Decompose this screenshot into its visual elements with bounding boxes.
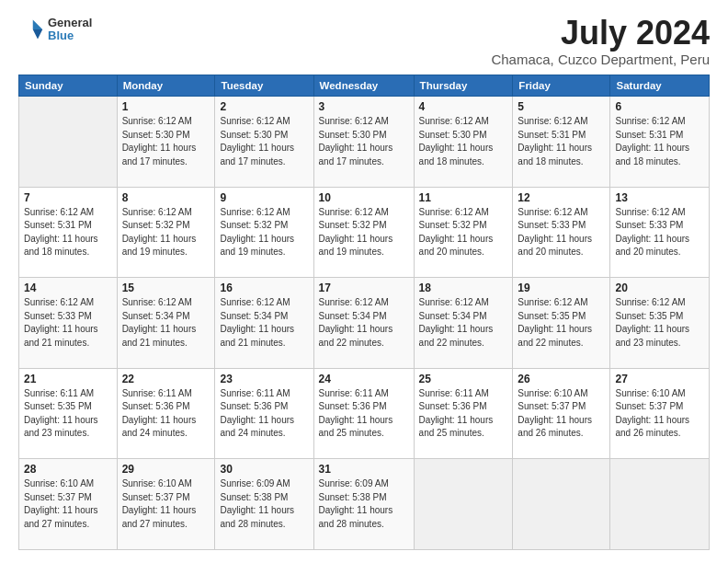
header-thursday: Thursday [414,75,513,97]
day-number: 15 [122,282,210,294]
day-info: Sunrise: 6:11 AM Sunset: 5:36 PM Dayligh… [319,387,409,441]
table-row [610,459,710,550]
calendar-week-3: 14Sunrise: 6:12 AM Sunset: 5:33 PM Dayli… [19,278,710,369]
table-row: 7Sunrise: 6:12 AM Sunset: 5:31 PM Daylig… [19,187,118,278]
day-number: 29 [122,463,210,476]
day-info: Sunrise: 6:12 AM Sunset: 5:32 PM Dayligh… [220,206,308,259]
table-row: 4Sunrise: 6:12 AM Sunset: 5:30 PM Daylig… [414,97,513,188]
table-row: 22Sunrise: 6:11 AM Sunset: 5:36 PM Dayli… [117,368,215,459]
header-wednesday: Wednesday [313,75,414,97]
table-row: 11Sunrise: 6:12 AM Sunset: 5:32 PM Dayli… [414,187,513,278]
day-number: 30 [220,463,308,476]
day-number: 24 [319,373,409,385]
day-info: Sunrise: 6:12 AM Sunset: 5:34 PM Dayligh… [122,296,210,350]
day-info: Sunrise: 6:12 AM Sunset: 5:33 PM Dayligh… [24,296,112,350]
table-row: 29Sunrise: 6:10 AM Sunset: 5:37 PM Dayli… [117,459,215,550]
calendar-week-2: 7Sunrise: 6:12 AM Sunset: 5:31 PM Daylig… [19,187,710,278]
day-number: 14 [24,282,112,294]
table-row: 20Sunrise: 6:12 AM Sunset: 5:35 PM Dayli… [610,278,710,369]
svg-marker-0 [33,20,43,30]
table-row [414,459,513,550]
day-number: 1 [122,100,210,113]
day-number: 4 [419,100,508,113]
table-row: 9Sunrise: 6:12 AM Sunset: 5:32 PM Daylig… [215,187,313,278]
day-number: 2 [220,100,308,113]
calendar-table: Sunday Monday Tuesday Wednesday Thursday… [18,75,710,550]
table-row: 28Sunrise: 6:10 AM Sunset: 5:37 PM Dayli… [19,459,118,550]
day-info: Sunrise: 6:11 AM Sunset: 5:35 PM Dayligh… [24,387,112,441]
day-number: 5 [518,100,605,113]
day-number: 11 [419,191,508,204]
day-info: Sunrise: 6:12 AM Sunset: 5:34 PM Dayligh… [220,296,308,350]
table-row [19,97,118,188]
day-number: 3 [319,100,409,113]
table-row: 17Sunrise: 6:12 AM Sunset: 5:34 PM Dayli… [313,278,414,369]
table-row: 1Sunrise: 6:12 AM Sunset: 5:30 PM Daylig… [117,97,215,188]
logo-icon [18,17,44,42]
day-number: 20 [615,282,704,294]
title-block: July 2024 Chamaca, Cuzco Department, Per… [491,17,710,67]
calendar-week-4: 21Sunrise: 6:11 AM Sunset: 5:35 PM Dayli… [19,368,710,459]
day-number: 21 [24,373,112,385]
calendar-week-5: 28Sunrise: 6:10 AM Sunset: 5:37 PM Dayli… [19,459,710,550]
day-number: 10 [319,191,409,204]
header-saturday: Saturday [610,75,710,97]
table-row: 16Sunrise: 6:12 AM Sunset: 5:34 PM Dayli… [215,278,313,369]
day-info: Sunrise: 6:12 AM Sunset: 5:30 PM Dayligh… [319,115,409,168]
table-row: 14Sunrise: 6:12 AM Sunset: 5:33 PM Dayli… [19,278,118,369]
table-row: 25Sunrise: 6:11 AM Sunset: 5:36 PM Dayli… [414,368,513,459]
day-info: Sunrise: 6:12 AM Sunset: 5:31 PM Dayligh… [518,115,605,168]
day-info: Sunrise: 6:12 AM Sunset: 5:31 PM Dayligh… [615,115,704,168]
table-row: 3Sunrise: 6:12 AM Sunset: 5:30 PM Daylig… [313,97,414,188]
day-number: 28 [24,463,112,476]
table-row: 8Sunrise: 6:12 AM Sunset: 5:32 PM Daylig… [117,187,215,278]
day-info: Sunrise: 6:11 AM Sunset: 5:36 PM Dayligh… [220,387,308,441]
day-info: Sunrise: 6:10 AM Sunset: 5:37 PM Dayligh… [615,387,704,441]
day-info: Sunrise: 6:09 AM Sunset: 5:38 PM Dayligh… [319,477,409,531]
table-row: 6Sunrise: 6:12 AM Sunset: 5:31 PM Daylig… [610,97,710,188]
table-row: 31Sunrise: 6:09 AM Sunset: 5:38 PM Dayli… [313,459,414,550]
header-monday: Monday [117,75,215,97]
day-info: Sunrise: 6:11 AM Sunset: 5:36 PM Dayligh… [122,387,210,441]
day-info: Sunrise: 6:12 AM Sunset: 5:32 PM Dayligh… [122,206,210,259]
day-number: 25 [419,373,508,385]
page: General Blue July 2024 Chamaca, Cuzco De… [0,0,728,563]
table-row: 19Sunrise: 6:12 AM Sunset: 5:35 PM Dayli… [513,278,610,369]
header-sunday: Sunday [19,75,118,97]
table-row: 2Sunrise: 6:12 AM Sunset: 5:30 PM Daylig… [215,97,313,188]
day-info: Sunrise: 6:12 AM Sunset: 5:30 PM Dayligh… [419,115,508,168]
day-info: Sunrise: 6:12 AM Sunset: 5:33 PM Dayligh… [518,206,605,259]
day-info: Sunrise: 6:12 AM Sunset: 5:30 PM Dayligh… [122,115,210,168]
table-row: 13Sunrise: 6:12 AM Sunset: 5:33 PM Dayli… [610,187,710,278]
day-number: 16 [220,282,308,294]
day-info: Sunrise: 6:10 AM Sunset: 5:37 PM Dayligh… [518,387,605,441]
day-info: Sunrise: 6:12 AM Sunset: 5:32 PM Dayligh… [419,206,508,259]
calendar-title: July 2024 [491,17,710,50]
table-row: 21Sunrise: 6:11 AM Sunset: 5:35 PM Dayli… [19,368,118,459]
table-row: 23Sunrise: 6:11 AM Sunset: 5:36 PM Dayli… [215,368,313,459]
day-number: 17 [319,282,409,294]
day-info: Sunrise: 6:12 AM Sunset: 5:35 PM Dayligh… [615,296,704,350]
day-info: Sunrise: 6:10 AM Sunset: 5:37 PM Dayligh… [122,477,210,531]
calendar-week-1: 1Sunrise: 6:12 AM Sunset: 5:30 PM Daylig… [19,97,710,188]
day-number: 18 [419,282,508,294]
day-number: 7 [24,191,112,204]
svg-marker-1 [33,29,43,40]
table-row: 12Sunrise: 6:12 AM Sunset: 5:33 PM Dayli… [513,187,610,278]
day-info: Sunrise: 6:12 AM Sunset: 5:35 PM Dayligh… [518,296,605,350]
day-number: 27 [615,373,704,385]
day-info: Sunrise: 6:12 AM Sunset: 5:30 PM Dayligh… [220,115,308,168]
table-row: 10Sunrise: 6:12 AM Sunset: 5:32 PM Dayli… [313,187,414,278]
day-info: Sunrise: 6:12 AM Sunset: 5:31 PM Dayligh… [24,206,112,259]
logo: General Blue [18,17,92,43]
day-number: 9 [220,191,308,204]
day-number: 26 [518,373,605,385]
day-number: 31 [319,463,409,476]
table-row: 5Sunrise: 6:12 AM Sunset: 5:31 PM Daylig… [513,97,610,188]
day-number: 12 [518,191,605,204]
day-number: 23 [220,373,308,385]
table-row: 18Sunrise: 6:12 AM Sunset: 5:34 PM Dayli… [414,278,513,369]
header-tuesday: Tuesday [215,75,313,97]
day-info: Sunrise: 6:10 AM Sunset: 5:37 PM Dayligh… [24,477,112,531]
day-info: Sunrise: 6:12 AM Sunset: 5:34 PM Dayligh… [319,296,409,350]
